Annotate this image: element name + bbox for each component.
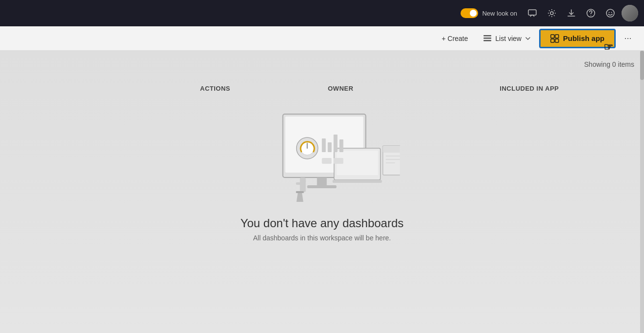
column-header-owner: OWNER [328, 85, 353, 92]
svg-rect-32 [301, 180, 306, 182]
list-view-button[interactable]: List view [479, 32, 535, 45]
more-options-label: ··· [624, 33, 631, 43]
svg-rect-12 [551, 39, 554, 42]
avatar-image [622, 5, 638, 21]
column-header-included: INCLUDED IN APP [500, 85, 559, 92]
svg-point-6 [611, 12, 612, 13]
column-headers: ACTIONS OWNER INCLUDED IN APP [0, 85, 644, 92]
user-avatar[interactable] [622, 5, 638, 21]
top-navigation: New look on [0, 0, 644, 26]
toolbar-row: + Create List view Publish app ☞ ··· [0, 26, 644, 51]
svg-rect-34 [296, 191, 304, 193]
empty-state: You don't have any dashboards All dashbo… [241, 99, 404, 242]
svg-rect-0 [528, 10, 536, 15]
scrollbar-thumb[interactable] [640, 51, 644, 80]
svg-rect-24 [322, 138, 326, 152]
svg-rect-10 [551, 35, 554, 38]
chat-icon[interactable] [524, 5, 541, 21]
create-button[interactable]: + Create [435, 32, 475, 45]
svg-rect-26 [334, 135, 338, 152]
svg-rect-30 [300, 177, 306, 192]
settings-icon[interactable] [543, 5, 560, 21]
new-look-label: New look on [482, 10, 517, 17]
svg-rect-13 [555, 39, 559, 42]
publish-app-label: Publish app [563, 34, 604, 42]
svg-rect-20 [333, 180, 382, 183]
svg-point-5 [609, 12, 610, 13]
svg-rect-9 [483, 40, 491, 41]
svg-point-3 [590, 15, 591, 16]
svg-rect-28 [322, 158, 332, 164]
more-options-button[interactable]: ··· [620, 30, 636, 47]
create-button-label: + Create [442, 35, 468, 42]
scrollbar[interactable] [640, 51, 644, 333]
column-header-actions: ACTIONS [200, 85, 230, 92]
svg-rect-7 [483, 35, 491, 37]
svg-rect-17 [307, 185, 337, 188]
publish-app-icon [550, 34, 559, 43]
publish-app-button[interactable]: Publish app ☞ [539, 29, 616, 48]
empty-state-title: You don't have any dashboards [241, 216, 404, 230]
list-view-label: List view [495, 35, 522, 42]
svg-marker-33 [297, 192, 303, 202]
new-look-toggle[interactable] [461, 8, 478, 18]
new-look-area: New look on [461, 8, 517, 18]
feedback-icon[interactable] [602, 5, 619, 21]
showing-label: Showing 0 items [584, 60, 634, 68]
empty-state-subtitle: All dashboards in this workspace will be… [253, 234, 391, 242]
main-content: Showing 0 items ACTIONS OWNER INCLUDED I… [0, 51, 644, 333]
svg-rect-29 [334, 158, 343, 164]
svg-point-4 [606, 9, 614, 17]
empty-state-illustration [244, 99, 400, 207]
svg-rect-16 [317, 177, 327, 186]
svg-rect-8 [483, 38, 491, 39]
svg-rect-11 [555, 35, 559, 38]
svg-rect-27 [340, 139, 343, 152]
svg-point-1 [550, 12, 553, 15]
svg-rect-37 [383, 146, 400, 153]
svg-rect-31 [296, 182, 301, 185]
svg-rect-25 [328, 142, 332, 152]
download-icon[interactable] [563, 5, 580, 21]
help-icon[interactable] [583, 5, 599, 21]
